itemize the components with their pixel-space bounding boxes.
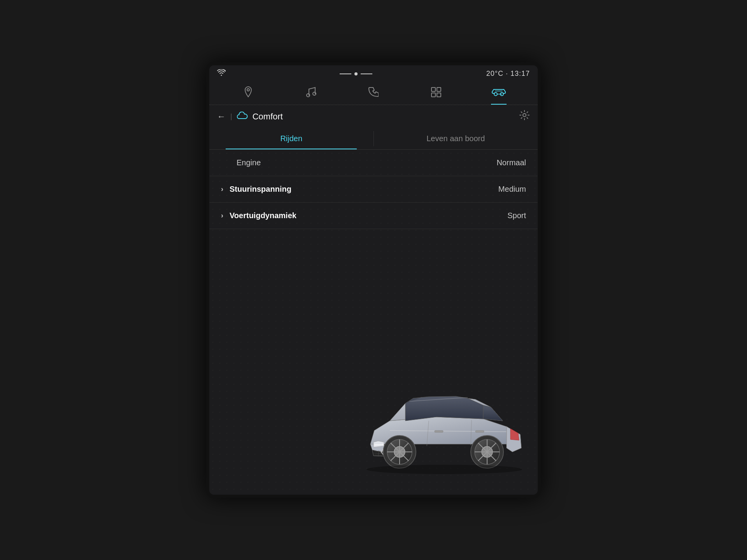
voertuigdynamiek-label: Voertuigdynamiek <box>230 211 507 220</box>
nav-icon-music[interactable] <box>299 84 323 101</box>
tabs-bar: Rijden Leven aan boord <box>209 128 538 150</box>
svg-rect-4 <box>431 88 435 91</box>
nav-icon-phone[interactable] <box>362 84 385 101</box>
breadcrumb-title: Comfort <box>253 112 283 122</box>
voertuigdynamiek-value: Sport <box>507 211 526 220</box>
breadcrumb-separator: | <box>230 112 232 121</box>
settings-button[interactable] <box>519 110 530 123</box>
stuurinspanning-label: Stuurinspanning <box>230 185 498 194</box>
breadcrumb-left: ← | Comfort <box>217 112 283 122</box>
svg-rect-7 <box>437 93 441 97</box>
breadcrumb-bar: ← | Comfort <box>209 105 538 128</box>
nav-icon-navigation[interactable] <box>237 84 260 101</box>
svg-point-10 <box>523 114 526 117</box>
temperature: 20°C <box>486 70 503 77</box>
svg-point-8 <box>494 93 497 96</box>
status-dot <box>354 72 358 75</box>
wifi-icon <box>217 69 226 78</box>
stuurinspanning-arrow: › <box>221 185 223 193</box>
clock: 13:17 <box>510 70 530 77</box>
back-button[interactable]: ← <box>217 112 226 122</box>
status-line-right <box>361 74 372 74</box>
svg-rect-5 <box>437 88 441 91</box>
stuurinspanning-value: Medium <box>498 185 526 194</box>
svg-line-17 <box>374 444 384 445</box>
status-center <box>340 72 372 75</box>
status-bar: 20°C · 13:17 <box>209 65 538 80</box>
tab-rijden[interactable]: Rijden <box>209 128 374 149</box>
setting-row-stuurinspanning[interactable]: › Stuurinspanning Medium <box>209 176 538 203</box>
settings-list: Engine Normaal › Stuurinspanning Medium … <box>209 150 538 229</box>
tab-leven[interactable]: Leven aan boord <box>374 128 538 149</box>
status-time-temp: 20°C · 13:17 <box>486 70 530 78</box>
car-illustration <box>351 347 538 495</box>
svg-rect-23 <box>435 430 443 432</box>
screen: 20°C · 13:17 <box>209 65 538 495</box>
svg-rect-6 <box>431 93 435 97</box>
svg-point-39 <box>366 465 522 474</box>
device-bezel: 20°C · 13:17 <box>206 62 541 498</box>
separator: · <box>506 70 510 77</box>
nav-bar <box>209 80 538 105</box>
voertuigdynamiek-arrow: › <box>221 212 223 220</box>
setting-row-engine[interactable]: Engine Normaal <box>209 150 538 176</box>
setting-row-voertuigdynamiek[interactable]: › Voertuigdynamiek Sport <box>209 203 538 229</box>
svg-point-1 <box>247 89 249 91</box>
nav-icon-apps[interactable] <box>424 84 448 101</box>
engine-label: Engine <box>237 158 496 167</box>
svg-rect-24 <box>475 430 484 432</box>
content-inner: Engine Normaal › Stuurinspanning Medium … <box>209 150 538 229</box>
nav-icon-car[interactable] <box>487 84 510 101</box>
cloud-icon <box>237 112 248 121</box>
main-content: Engine Normaal › Stuurinspanning Medium … <box>209 150 538 495</box>
engine-value: Normaal <box>496 158 526 167</box>
status-line-left <box>340 74 351 74</box>
